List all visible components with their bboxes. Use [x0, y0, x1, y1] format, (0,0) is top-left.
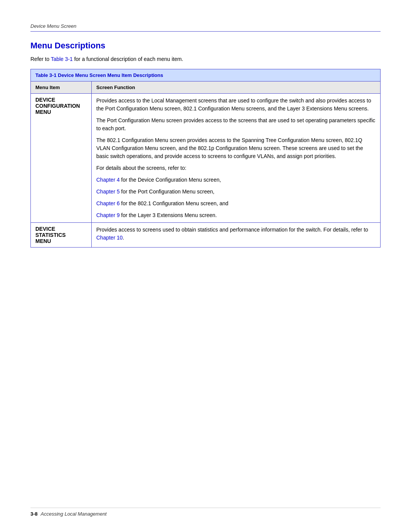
description-device-config: Provides access to the Local Management … — [92, 94, 381, 223]
section-title: Menu Descriptions — [30, 41, 381, 51]
description-device-stats: Provides access to screens used to obtai… — [92, 223, 381, 248]
header-label: Device Menu Screen — [30, 23, 76, 29]
page-header: Device Menu Screen — [30, 23, 381, 32]
menu-descriptions-table: Menu Item Screen Function DEVICE CONFIGU… — [30, 81, 381, 248]
menu-item-device-config: DEVICE CONFIGURATION MENU — [31, 94, 92, 223]
link-chapter6: Chapter 6 for the 802.1 Configuration Me… — [96, 200, 376, 208]
col-header-menu-item: Menu Item — [31, 81, 92, 94]
table-link[interactable]: Table 3-1 — [51, 56, 73, 62]
desc-para-3: The 802.1 Configuration Menu screen prov… — [96, 136, 376, 160]
desc-para-4: For details about the screens, refer to: — [96, 164, 376, 172]
menu-item-device-stats: DEVICE STATISTICS MENU — [31, 223, 92, 248]
col-header-screen-function: Screen Function — [92, 81, 381, 94]
desc-stats-para: Provides access to screens used to obtai… — [96, 226, 376, 242]
link-chapter5: Chapter 5 for the Port Configuration Men… — [96, 188, 376, 196]
footer-page-num: 3-8 — [30, 511, 38, 517]
table-row: DEVICE STATISTICS MENU Provides access t… — [31, 223, 381, 248]
table-caption: Table 3-1 Device Menu Screen Menu Item D… — [30, 69, 381, 81]
intro-text: Refer to Table 3-1 for a functional desc… — [30, 56, 381, 62]
link-chapter4: Chapter 4 for the Device Configuration M… — [96, 176, 376, 184]
desc-para-2: The Port Configuration Menu screen provi… — [96, 117, 376, 133]
chapter10-link[interactable]: Chapter 10 — [96, 235, 123, 241]
table-row: DEVICE CONFIGURATION MENU Provides acces… — [31, 94, 381, 223]
link-chapter9: Chapter 9 for the Layer 3 Extensions Men… — [96, 211, 376, 219]
footer-label: Accessing Local Management — [41, 511, 107, 517]
page-footer: 3-8 Accessing Local Management — [30, 508, 381, 517]
desc-para-1: Provides access to the Local Management … — [96, 97, 376, 113]
